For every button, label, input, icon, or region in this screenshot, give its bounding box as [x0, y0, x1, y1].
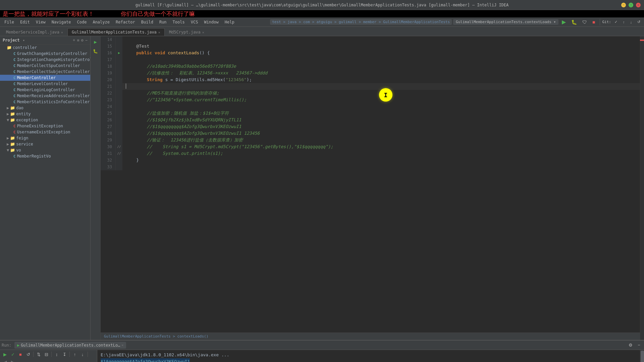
- menu-tools[interactable]: Tools: [170, 19, 187, 25]
- menu-view[interactable]: View: [33, 19, 48, 25]
- run-filter-btn[interactable]: ⊟: [43, 351, 50, 358]
- run-right-scrollbar[interactable]: [640, 350, 644, 362]
- sidebar-item-stats[interactable]: C MemberStatisticsInfoController: [0, 99, 90, 105]
- debug-button[interactable]: 🐛: [569, 18, 579, 26]
- code-line-26: 26 //$1$Q4jfb2Xz$jbIxdBvSdYXUQRNjyITL11: [101, 117, 640, 123]
- line-gutter-23: [116, 97, 122, 103]
- run-collapse-btn[interactable]: ↧: [61, 351, 68, 358]
- run-button[interactable]: ▶: [560, 17, 568, 26]
- menu-refactor[interactable]: Refactor: [113, 19, 138, 25]
- line-gutter-19: [116, 70, 122, 76]
- menu-edit[interactable]: Edit: [17, 19, 33, 25]
- sidebar-item-receive-addr[interactable]: C MemberReceiveAddressController: [0, 93, 90, 99]
- sidebar-collapse-icon[interactable]: ≡: [77, 38, 79, 43]
- sidebar-item-member-regist-vo[interactable]: C MemberRegistVo: [0, 153, 90, 159]
- run-prev-fail-btn[interactable]: ↑: [71, 351, 78, 358]
- run-stop-btn[interactable]: ■: [17, 351, 24, 358]
- code-editor[interactable]: 14 15 @Test 16 ▶ public void contextLoad…: [101, 36, 640, 333]
- git-commit[interactable]: ✓: [612, 18, 620, 25]
- run-prev-btn[interactable]: ◁: [2, 359, 8, 362]
- run-next-fail-btn[interactable]: ↓: [79, 351, 86, 358]
- menu-build[interactable]: Build: [139, 19, 156, 25]
- run-sep2: [51, 352, 52, 357]
- menu-help[interactable]: Help: [222, 19, 237, 25]
- run-rerun-btn[interactable]: ▶: [2, 351, 8, 358]
- run-label: Run:: [2, 343, 11, 348]
- line-content-19: //抗修改性： 彩虹表。123456->xxxx 234567->dddd: [122, 70, 640, 76]
- menu-bar: File Edit View Navigate Code Analyze Ref…: [0, 17, 644, 27]
- run-check-btn[interactable]: ✓: [9, 351, 16, 358]
- sidebar-item-exception[interactable]: ▼ 📁 exception: [0, 117, 90, 123]
- git-pull[interactable]: ↓: [628, 19, 634, 25]
- tab-md5-close[interactable]: ✕: [202, 31, 204, 34]
- line-num-19: 19: [101, 70, 116, 76]
- sidebar-item-username-exc[interactable]: C UsernameExistException: [0, 129, 90, 135]
- stop-button[interactable]: ■: [590, 18, 597, 26]
- sep1: [600, 19, 600, 25]
- tab-member-service-close[interactable]: ✕: [61, 31, 63, 34]
- sidebar-item-entity[interactable]: ▶ 📁 entity: [0, 111, 90, 117]
- sidebar-dropdown[interactable]: ▾: [23, 38, 25, 43]
- sidebar-item-login-log[interactable]: C MemberLoginLogController: [0, 87, 90, 93]
- menu-window[interactable]: Window: [201, 19, 221, 25]
- sidebar-minimize-icon[interactable]: −: [85, 38, 88, 43]
- sidebar-item-level[interactable]: C MemberLevelController: [0, 81, 90, 87]
- folder-expand-icon: 📁: [7, 45, 12, 50]
- line-gutter-22: [116, 90, 122, 97]
- menu-code[interactable]: Code: [74, 19, 90, 25]
- run-config-dropdown[interactable]: GulimallMemberApplicationTests.contextLo…: [453, 19, 558, 25]
- sidebar-item-username-exc-label: UsernameExistException: [17, 130, 70, 134]
- git-push[interactable]: ↑: [621, 19, 627, 25]
- sidebar-gear-icon[interactable]: ⚙: [81, 38, 84, 43]
- sidebar-item-collect-spu-label: MemberCollectSpuController: [17, 63, 80, 68]
- sidebar-item-phone-exc-label: PhoneExsitException: [17, 124, 63, 128]
- sidebar-item-vo[interactable]: ▼ 📁 vo: [0, 147, 90, 153]
- minimize-button[interactable]: −: [621, 3, 626, 7]
- tab-test-close[interactable]: ✕: [158, 31, 160, 34]
- sidebar-item-collect-spu[interactable]: C MemberCollectSpuController: [0, 63, 90, 69]
- menu-vcs[interactable]: VCS: [188, 19, 201, 25]
- sidebar-item-member[interactable]: C MemberController: [0, 75, 90, 81]
- menu-navigate[interactable]: Navigate: [49, 19, 74, 25]
- sidebar-item-feign[interactable]: ▶ 📁 feign: [0, 135, 90, 141]
- run-sort-btn[interactable]: ⇅: [35, 351, 42, 358]
- sidebar-item-stats-label: MemberStatisticsInfoController: [17, 100, 90, 104]
- line-gutter-31: //: [116, 150, 122, 157]
- git-revert[interactable]: ↺: [635, 18, 642, 25]
- left-debug-icon[interactable]: 🐛: [92, 47, 100, 55]
- sidebar-item-collect-subject[interactable]: C MemberCollectSubjectController: [0, 69, 90, 75]
- run-tab-close[interactable]: ✕: [121, 343, 123, 347]
- right-scroll-gutter[interactable]: [640, 36, 644, 340]
- run-next-btn[interactable]: ▷: [9, 359, 16, 362]
- run-panel-settings[interactable]: ⚙: [627, 342, 634, 349]
- tab-member-service[interactable]: MemberServiceImpl.java ✕: [2, 28, 67, 36]
- run-tab-main[interactable]: ▶ GulimallMemberApplicationTests.context…: [14, 342, 126, 349]
- run-panel-close[interactable]: −: [636, 342, 642, 349]
- run-toolbar-area: test > java > com > atguigu > gulimall >…: [270, 17, 642, 26]
- tab-md5[interactable]: Md5Crypt.java ✕: [165, 28, 209, 36]
- left-run-icon[interactable]: ▶: [92, 38, 100, 46]
- sidebar-item-phone-exc[interactable]: C PhoneExsitException: [0, 123, 90, 129]
- menu-analyze[interactable]: Analyze: [90, 19, 112, 25]
- line-num-26: 26: [101, 117, 116, 123]
- line-content-20: String s = DigestUtils.md5Hex("123456");: [122, 76, 640, 83]
- sidebar-add-icon[interactable]: +: [73, 38, 75, 43]
- sidebar-item-dao[interactable]: ▶ 📁 dao: [0, 105, 90, 111]
- run-toggle-btn[interactable]: ↺: [25, 351, 32, 358]
- menu-run[interactable]: Run: [157, 19, 169, 25]
- menu-file[interactable]: File: [2, 19, 17, 25]
- sidebar-item-integration[interactable]: C IntegrationChangeHistoryController: [0, 57, 90, 63]
- yellow-cursor-bubble: I: [379, 88, 392, 102]
- folder-service-folder-icon: 📁: [10, 142, 15, 146]
- line-num-24: 24: [101, 103, 116, 110]
- sidebar-item-service[interactable]: ▶ 📁 service: [0, 141, 90, 147]
- tab-test[interactable]: GulimallMemberApplicationTests.java ✕: [67, 28, 165, 36]
- run-with-coverage[interactable]: 🛡: [580, 18, 589, 26]
- sidebar-item-controller[interactable]: 📁 controller: [0, 45, 90, 51]
- line-gutter-32: [116, 157, 122, 164]
- close-button[interactable]: ✕: [636, 3, 641, 7]
- tab-test-label: GulimallMemberApplicationTests.java: [72, 30, 157, 35]
- sidebar-item-growth[interactable]: C GrowthChangeHistoryController: [0, 51, 90, 57]
- run-expand-btn[interactable]: ↕: [53, 351, 60, 358]
- maximize-button[interactable]: □: [629, 3, 633, 7]
